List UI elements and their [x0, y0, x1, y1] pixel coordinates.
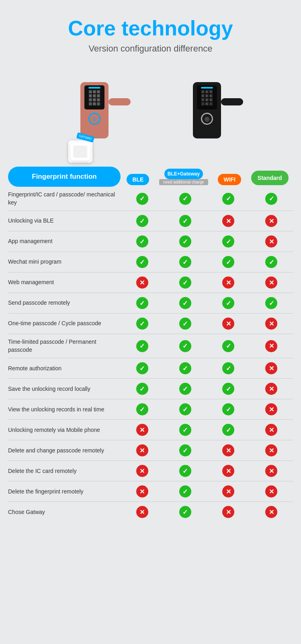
cross-icon: ✕ [263, 235, 279, 248]
row-label: Unlocking via BLE [8, 217, 121, 225]
check-icon: ✓ [177, 297, 193, 309]
cross-icon: ✕ [263, 215, 279, 227]
check-icon: ✓ [134, 383, 150, 395]
check-icon: ✓ [220, 297, 236, 309]
check-icon: ✓ [220, 340, 236, 352]
row-label: Wechat mini program [8, 258, 121, 266]
table-row: Delete the IC card remotely✕✓✕✕ [8, 461, 293, 481]
row-icons: ✓✓✕✕ [121, 318, 293, 330]
check-icon: ✓ [177, 362, 193, 374]
cross-icon: ✕ [263, 318, 279, 330]
check-icon: ✓ [134, 403, 150, 415]
row-label: Delete and change passcode remotely [8, 447, 121, 455]
table-body: Fingerprint/IC card / passcode/ mechanic… [8, 187, 293, 522]
cross-icon: ✕ [263, 465, 279, 477]
row-label: Send passcode remotely [8, 299, 121, 307]
cross-icon: ✕ [263, 444, 279, 456]
row-icons: ✕✓✕✕ [121, 444, 293, 456]
header-feature-label: Fingerprint function [8, 167, 121, 187]
cross-icon: ✕ [263, 485, 279, 497]
table-row: Save the unlocking record locally✓✓✓✕ [8, 379, 293, 399]
table-row: Fingerprint/IC card / passcode/ mechanic… [8, 187, 293, 211]
cross-icon: ✕ [263, 506, 279, 518]
row-icons: ✓✓✓✓ [121, 297, 293, 309]
col-header-blegw: BLE+Gateway [164, 169, 203, 179]
cross-icon: ✕ [263, 277, 279, 289]
row-icons: ✕✓✕✕ [121, 277, 293, 289]
table-row: Wechat mini program✓✓✓✓ [8, 252, 293, 272]
cross-icon: ✕ [220, 465, 236, 477]
cross-icon: ✕ [134, 465, 150, 477]
row-label: Web management [8, 279, 121, 287]
table-row: View the unlocking records in real time✓… [8, 399, 293, 420]
row-label: Save the unlocking record locally [8, 385, 121, 393]
page-title: Core technology [8, 16, 293, 40]
row-icons: ✓✓✓✕ [121, 340, 293, 352]
table-row: Remote authorization✓✓✓✕ [8, 358, 293, 379]
check-icon: ✓ [177, 340, 193, 352]
check-icon: ✓ [134, 215, 150, 227]
check-icon: ✓ [177, 444, 193, 456]
row-icons: ✕✓✕✕ [121, 506, 293, 518]
page: Core technology Version configuration di… [0, 0, 301, 538]
check-icon: ✓ [220, 403, 236, 415]
header-icons: BLE BLE+Gateway need additional charge W… [122, 169, 293, 185]
row-icons: ✓✓✕✕ [121, 215, 293, 227]
cross-icon: ✕ [134, 485, 150, 497]
check-icon: ✓ [134, 297, 150, 309]
cross-icon: ✕ [220, 506, 236, 518]
check-icon: ✓ [220, 383, 236, 395]
check-icon: ✓ [177, 193, 193, 205]
cross-icon: ✕ [263, 340, 279, 352]
table-row: Chose Gatway✕✓✕✕ [8, 502, 293, 522]
locks-display: 123 456 789 0 ◎ [8, 66, 293, 155]
table-row: Unlocking remotely via Mobile phone✕✓✓✕ [8, 420, 293, 440]
table-row: One-time passcode / Cycle passcode✓✓✕✕ [8, 314, 293, 334]
cross-icon: ✕ [220, 444, 236, 456]
table-row: Web management✕✓✕✕ [8, 272, 293, 293]
row-icons: ✓✓✓✓ [121, 193, 293, 205]
fingerprint-black: ◎ [201, 113, 213, 125]
row-label: App management [8, 237, 121, 246]
table-row: Delete the fingerprint remotely✕✓✕✕ [8, 481, 293, 502]
check-icon: ✓ [177, 506, 193, 518]
table-header: Fingerprint function BLE BLE+Gateway nee… [8, 167, 293, 187]
cross-icon: ✕ [220, 277, 236, 289]
check-icon: ✓ [263, 256, 279, 268]
cross-icon: ✕ [134, 506, 150, 518]
check-icon: ✓ [134, 193, 150, 205]
gateway-device: GATWAY [68, 140, 92, 163]
row-label: Delete the IC card remotely [8, 467, 121, 475]
row-label: Fingerprint/IC card / passcode/ mechanic… [8, 191, 121, 206]
check-icon: ✓ [134, 318, 150, 330]
row-label: View the unlocking records in real time [8, 406, 121, 414]
check-icon: ✓ [177, 424, 193, 436]
table-row: App management✓✓✓✕ [8, 231, 293, 252]
row-label: Remote authorization [8, 365, 121, 373]
check-icon: ✓ [220, 193, 236, 205]
cross-icon: ✕ [134, 424, 150, 436]
check-icon: ✓ [134, 235, 150, 248]
lock-body-rose: 123 456 789 0 ◎ [80, 82, 109, 138]
cross-icon: ✕ [263, 403, 279, 415]
check-icon: ✓ [220, 235, 236, 248]
ble-gateway-badges: BLE+Gateway [164, 169, 203, 179]
header-note: need additional charge [159, 179, 208, 185]
row-label: Unlocking remotely via Mobile phone [8, 426, 121, 434]
check-icon: ✓ [220, 256, 236, 268]
col-header-standard: Standard [251, 171, 289, 185]
lock-rose-gold: 123 456 789 0 ◎ [54, 66, 135, 155]
row-icons: ✓✓✓✕ [121, 403, 293, 415]
cross-icon: ✕ [220, 318, 236, 330]
row-label: Time-limited passcode / Permanent passco… [8, 338, 121, 354]
table-row: Unlocking via BLE✓✓✕✕ [8, 211, 293, 231]
cross-icon: ✕ [134, 444, 150, 456]
check-icon: ✓ [177, 403, 193, 415]
table-row: Delete and change passcode remotely✕✓✕✕ [8, 440, 293, 461]
check-icon: ✓ [263, 193, 279, 205]
check-icon: ✓ [220, 362, 236, 374]
row-icons: ✕✓✕✕ [121, 485, 293, 497]
handle-rose [109, 98, 131, 105]
check-icon: ✓ [177, 465, 193, 477]
cross-icon: ✕ [263, 362, 279, 374]
